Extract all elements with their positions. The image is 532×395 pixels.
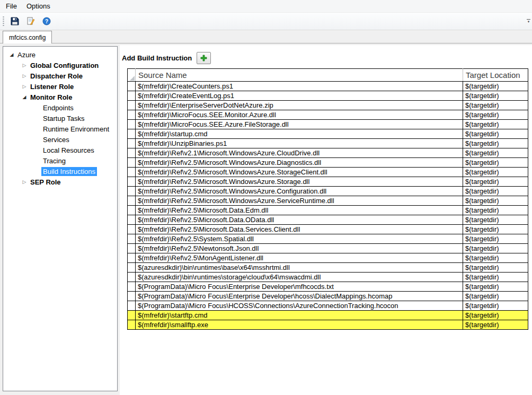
source-name-cell[interactable]: $(mfrefdir)\Ref\v2.5\Microsoft.Data.ODat… <box>136 215 463 225</box>
expander-icon[interactable]: ◢ <box>20 94 29 100</box>
target-location-cell[interactable]: $(targetdir) <box>463 282 528 292</box>
tree-item-label[interactable]: Startup Tasks <box>41 114 86 123</box>
source-name-cell[interactable]: $(mfrefdir)\startup.cmd <box>136 129 463 139</box>
target-location-cell[interactable]: $(targetdir) <box>463 263 528 273</box>
tree-item-runtime-environment[interactable]: Runtime Environment <box>3 124 117 134</box>
source-name-cell[interactable]: $(mfrefdir)\MicroFocus.SEE.Azure.FileSto… <box>136 120 463 129</box>
target-location-cell[interactable]: $(targetdir) <box>463 311 528 320</box>
source-name-cell[interactable]: $(mfrefdir)\MicroFocus.SEE.Monitor.Azure… <box>136 110 463 120</box>
table-row[interactable]: $(mfrefdir)\Ref\v2.1\Microsoft.WindowsAz… <box>128 148 528 158</box>
expander-icon[interactable]: ▷ <box>20 73 29 78</box>
table-row[interactable]: $(mfrefdir)\Ref\v2.5\Newtonsoft.Json.dll… <box>128 244 528 253</box>
tree-item-label[interactable]: Tracing <box>41 156 67 165</box>
expander-icon[interactable]: ▷ <box>20 63 29 68</box>
tree-item-azure[interactable]: ◢ Azure <box>3 49 117 60</box>
target-location-cell[interactable]: $(targetdir) <box>463 225 528 234</box>
tree-item-startup-tasks[interactable]: Startup Tasks <box>3 113 117 124</box>
source-name-cell[interactable]: $(mfrefdir)\Ref\v2.5\Microsoft.Data.Edm.… <box>136 206 463 215</box>
table-row[interactable]: $(mfrefdir)\Ref\v2.5\Microsoft.Data.Serv… <box>128 225 528 234</box>
table-row[interactable]: $(mfrefdir)\smallftp.exe $(targetdir) <box>128 320 528 330</box>
table-row[interactable]: $(azuresdkdir)\bin\runtimes\base\x64\mss… <box>128 263 528 273</box>
source-name-cell[interactable]: $(mfrefdir)\Ref\v2.5\Microsoft.WindowsAz… <box>136 177 463 187</box>
source-name-cell[interactable]: $(mfrefdir)\Ref\v2.5\System.Spatial.dll <box>136 234 463 244</box>
tree-item-label[interactable]: SEP Role <box>29 178 63 187</box>
row-header-cell[interactable] <box>128 320 136 330</box>
table-row[interactable]: $(mfrefdir)\Ref\v2.5\Microsoft.WindowsAz… <box>128 158 528 168</box>
select-all-corner[interactable] <box>128 69 136 82</box>
source-name-cell[interactable]: $(mfrefdir)\Ref\v2.5\Microsoft.WindowsAz… <box>136 168 463 177</box>
tree-item-local-resources[interactable]: Local Resources <box>3 145 117 155</box>
row-header-cell[interactable] <box>128 187 136 196</box>
target-location-cell[interactable]: $(targetdir) <box>463 139 528 148</box>
source-name-cell[interactable]: $(mfrefdir)\Ref\v2.5\MonAgentListener.dl… <box>136 253 463 263</box>
row-header-cell[interactable] <box>128 292 136 301</box>
table-row[interactable]: $(mfrefdir)\Ref\v2.5\Microsoft.WindowsAz… <box>128 168 528 177</box>
toolbar-overflow-button[interactable]: ▾ <box>525 13 532 30</box>
source-name-cell[interactable]: $(mfrefdir)\Ref\v2.5\Microsoft.Data.Serv… <box>136 225 463 234</box>
tree-item-dispatcher-role[interactable]: ▷ Dispatcher Role <box>3 71 117 81</box>
target-location-cell[interactable]: $(targetdir) <box>463 273 528 282</box>
tree-item-label[interactable]: Build Instructions <box>41 167 97 176</box>
tree-item-label[interactable]: Global Configuration <box>29 61 100 70</box>
table-row[interactable]: $(mfrefdir)\UnzipBinaries.ps1 $(targetdi… <box>128 139 528 148</box>
source-name-cell[interactable]: $(mfrefdir)\CreateCounters.ps1 <box>136 82 463 91</box>
row-header-cell[interactable] <box>128 168 136 177</box>
target-location-cell[interactable]: $(targetdir) <box>463 187 528 196</box>
source-name-cell[interactable]: $(mfrefdir)\Ref\v2.5\Microsoft.WindowsAz… <box>136 196 463 206</box>
table-row[interactable]: $(mfrefdir)\MicroFocus.SEE.Azure.FileSto… <box>128 120 528 129</box>
target-location-cell[interactable]: $(targetdir) <box>463 301 528 311</box>
row-header-cell[interactable] <box>128 301 136 311</box>
toolbar-grip[interactable] <box>3 16 4 27</box>
source-name-cell[interactable]: $(azuresdkdir)\bin\runtimes\storage\clou… <box>136 273 463 282</box>
table-row[interactable]: $(mfrefdir)\startftp.cmd $(targetdir) <box>128 311 528 320</box>
target-location-cell[interactable]: $(targetdir) <box>463 101 528 110</box>
expander-icon[interactable]: ◢ <box>7 52 16 57</box>
expander-icon[interactable]: ▷ <box>20 84 29 89</box>
row-header-cell[interactable] <box>128 311 136 320</box>
tree-item-label[interactable]: Services <box>41 135 71 144</box>
source-name-cell[interactable]: $(mfrefdir)\CreateEventLog.ps1 <box>136 91 463 101</box>
source-name-cell[interactable]: $(mfrefdir)\smallftp.exe <box>136 320 463 330</box>
target-location-cell[interactable]: $(targetdir) <box>463 215 528 225</box>
table-row[interactable]: $(mfrefdir)\Ref\v2.5\Microsoft.Data.ODat… <box>128 215 528 225</box>
add-build-instruction-button[interactable] <box>197 52 211 64</box>
target-location-cell[interactable]: $(targetdir) <box>463 82 528 91</box>
menu-options[interactable]: Options <box>22 1 55 12</box>
row-header-cell[interactable] <box>128 282 136 292</box>
tree-item-label[interactable]: Azure <box>16 50 37 59</box>
table-row[interactable]: $(mfrefdir)\Ref\v2.5\Microsoft.WindowsAz… <box>128 177 528 187</box>
source-name-cell[interactable]: $(azuresdkdir)\bin\runtimes\base\x64\mss… <box>136 263 463 273</box>
table-row[interactable]: $(mfrefdir)\Ref\v2.5\Microsoft.WindowsAz… <box>128 196 528 206</box>
tree-item-listener-role[interactable]: ▷ Listener Role <box>3 81 117 92</box>
expander-icon[interactable]: ▷ <box>20 179 29 185</box>
source-name-cell[interactable]: $(mfrefdir)\Ref\v2.5\Microsoft.WindowsAz… <box>136 158 463 168</box>
row-header-cell[interactable] <box>128 101 136 110</box>
edit-config-button[interactable] <box>23 14 38 28</box>
tree-item-label[interactable]: Monitor Role <box>29 93 74 102</box>
column-header-target-location[interactable]: Target Location <box>463 69 528 82</box>
table-row[interactable]: $(mfrefdir)\EnterpriseServerDotNetAzure.… <box>128 101 528 110</box>
table-row[interactable]: $(mfrefdir)\MicroFocus.SEE.Monitor.Azure… <box>128 110 528 120</box>
row-header-cell[interactable] <box>128 225 136 234</box>
row-header-cell[interactable] <box>128 273 136 282</box>
target-location-cell[interactable]: $(targetdir) <box>463 292 528 301</box>
target-location-cell[interactable]: $(targetdir) <box>463 206 528 215</box>
row-header-cell[interactable] <box>128 139 136 148</box>
row-header-cell[interactable] <box>128 196 136 206</box>
row-header-cell[interactable] <box>128 129 136 139</box>
row-header-cell[interactable] <box>128 82 136 91</box>
target-location-cell[interactable]: $(targetdir) <box>463 196 528 206</box>
source-name-cell[interactable]: $(mfrefdir)\UnzipBinaries.ps1 <box>136 139 463 148</box>
target-location-cell[interactable]: $(targetdir) <box>463 244 528 253</box>
tree-item-services[interactable]: Services <box>3 134 117 145</box>
tree-item-tracing[interactable]: Tracing <box>3 155 117 166</box>
table-row[interactable]: $(mfrefdir)\Ref\v2.5\MonAgentListener.dl… <box>128 253 528 263</box>
tab-mfcics-config[interactable]: mfcics.config <box>3 31 52 43</box>
table-row[interactable]: $(ProgramData)\Micro Focus\HCOSS\Connect… <box>128 301 528 311</box>
table-row[interactable]: $(ProgramData)\Micro Focus\Enterprise De… <box>128 282 528 292</box>
tree-item-label[interactable]: Listener Role <box>29 82 75 91</box>
target-location-cell[interactable]: $(targetdir) <box>463 148 528 158</box>
row-header-cell[interactable] <box>128 253 136 263</box>
table-row[interactable]: $(azuresdkdir)\bin\runtimes\storage\clou… <box>128 273 528 282</box>
table-row[interactable]: $(mfrefdir)\Ref\v2.5\Microsoft.WindowsAz… <box>128 187 528 196</box>
